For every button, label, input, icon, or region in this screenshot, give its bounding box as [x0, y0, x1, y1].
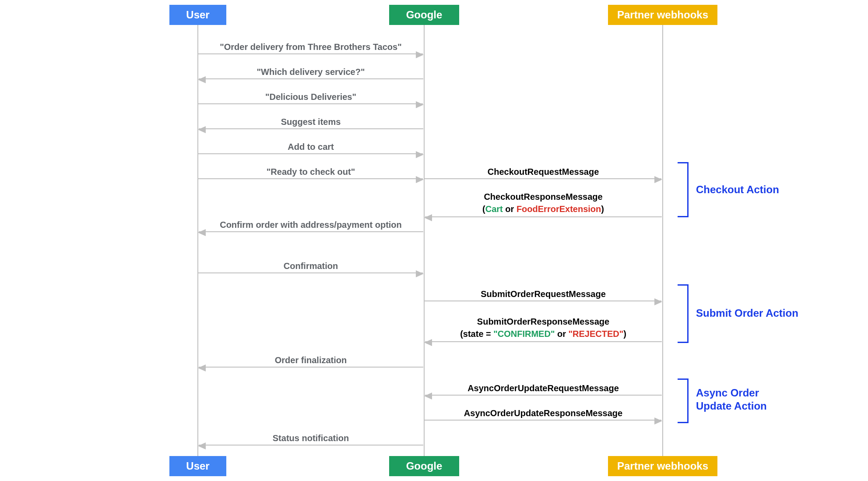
svg-marker-11 [424, 214, 432, 221]
svg-marker-8 [198, 364, 206, 371]
msg-order-delivery: "Order delivery from Three Brothers Taco… [198, 42, 424, 52]
arrow [425, 216, 662, 217]
msg-submit-response-sub: (state = "CONFIRMED" or "REJECTED") [424, 329, 662, 339]
svg-marker-14 [424, 393, 432, 400]
participant-user-top: User [169, 5, 226, 25]
arrow [198, 153, 423, 154]
bracket-label-async: Async Order Update Action [696, 386, 784, 413]
arrow [425, 301, 661, 301]
lifeline-user [197, 25, 198, 456]
participant-google-bottom: Google [389, 456, 459, 476]
msg-submit-response: SubmitOrderResponseMessage [424, 317, 662, 327]
bracket-checkout [678, 162, 689, 217]
svg-marker-3 [198, 126, 206, 133]
msg-delicious: "Delicious Deliveries" [198, 92, 424, 102]
msg-ready-checkout: "Ready to check out" [198, 167, 424, 177]
svg-marker-10 [654, 176, 662, 183]
bracket-label-submit: Submit Order Action [696, 307, 798, 320]
svg-marker-5 [416, 176, 424, 183]
arrow [199, 231, 423, 232]
participant-google-top: Google [389, 5, 459, 25]
participant-user-bottom: User [169, 456, 226, 476]
arrow [425, 395, 662, 396]
lifeline-partner [662, 25, 663, 456]
msg-checkout-response-sub: (Cart or FoodErrorExtension) [424, 204, 662, 214]
arrow [199, 128, 423, 129]
msg-confirmation: Confirmation [198, 261, 424, 271]
bracket-async [678, 378, 689, 423]
msg-checkout-response: CheckoutResponseMessage [424, 192, 662, 202]
svg-marker-0 [416, 51, 424, 58]
arrow [425, 420, 661, 421]
msg-status-notification: Status notification [198, 433, 424, 443]
svg-marker-13 [424, 339, 432, 346]
msg-order-finalization: Order finalization [198, 355, 424, 365]
msg-submit-request: SubmitOrderRequestMessage [424, 289, 662, 299]
msg-add-to-cart: Add to cart [198, 142, 424, 152]
svg-marker-12 [654, 298, 662, 305]
arrow [425, 178, 661, 179]
svg-marker-1 [198, 76, 206, 83]
arrow [199, 78, 423, 79]
bracket-label-checkout: Checkout Action [696, 183, 779, 196]
participant-partner-top: Partner webhooks [608, 5, 717, 25]
arrow [199, 445, 423, 446]
msg-confirm-order: Confirm order with address/payment optio… [198, 220, 424, 230]
msg-async-response: AsyncOrderUpdateResponseMessage [424, 408, 662, 418]
arrow [198, 178, 423, 179]
msg-which-service: "Which delivery service?" [198, 67, 424, 77]
svg-marker-15 [654, 417, 662, 424]
msg-async-request: AsyncOrderUpdateRequestMessage [424, 383, 662, 393]
msg-suggest-items: Suggest items [198, 117, 424, 127]
participant-partner-bottom: Partner webhooks [608, 456, 717, 476]
arrow [198, 103, 423, 104]
bracket-submit [678, 284, 689, 343]
sequence-diagram: User Google Partner webhooks User Google… [0, 0, 868, 481]
arrow [199, 367, 423, 368]
arrow [198, 272, 423, 273]
svg-marker-9 [198, 442, 206, 449]
arrow [198, 53, 423, 54]
svg-marker-6 [198, 229, 206, 236]
msg-checkout-request: CheckoutRequestMessage [424, 167, 662, 177]
svg-marker-2 [416, 101, 424, 108]
arrow [425, 341, 662, 342]
svg-marker-4 [416, 151, 424, 158]
svg-marker-7 [416, 270, 424, 277]
